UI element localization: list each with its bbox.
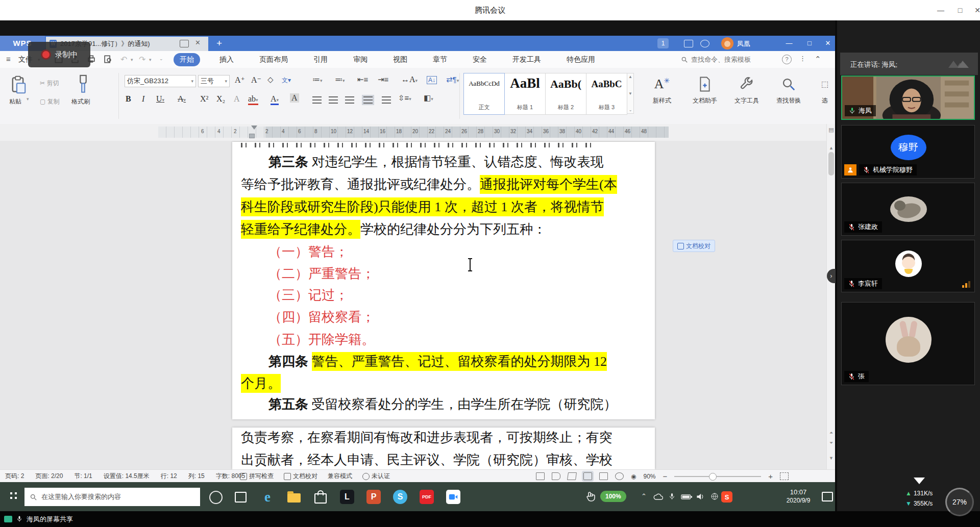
selection-button-truncated[interactable]: ⬚ 选: [815, 74, 835, 114]
menu-tab-2[interactable]: 页面布局: [253, 53, 294, 66]
italic-button[interactable]: I: [142, 94, 144, 104]
document-area[interactable]: 第三条 对违纪学生，根据情节轻重、认错态度、悔改表现等给予批评教育、通报批评或纪…: [0, 141, 826, 469]
tab-close-icon[interactable]: ✕: [195, 39, 201, 46]
increase-indent-icon[interactable]: ⇥≡: [378, 75, 388, 84]
collapse-videos-button[interactable]: [914, 478, 925, 490]
redo-dropdown-icon[interactable]: ▾: [149, 57, 152, 62]
maximize-button[interactable]: □: [952, 4, 968, 16]
redo-icon[interactable]: ↷: [139, 55, 145, 64]
print-layout-icon[interactable]: [583, 472, 592, 480]
wps-maximize-button[interactable]: □: [802, 38, 817, 49]
pdf-app-icon[interactable]: PDF: [419, 489, 435, 505]
message-count-badge[interactable]: 1: [657, 38, 669, 48]
cut-button[interactable]: ✂ 剪切: [40, 79, 59, 88]
scroll-up-icon[interactable]: ▲: [828, 145, 835, 150]
participant-tile[interactable]: 张建政: [841, 183, 975, 236]
certify-status[interactable]: 未认证: [362, 472, 390, 481]
previous-page-icon[interactable]: ⏶: [828, 430, 835, 436]
align-center-icon[interactable]: [329, 96, 338, 104]
outline-view-icon[interactable]: [599, 472, 608, 480]
doc-proof-float-button[interactable]: 文档校对: [673, 240, 715, 252]
participant-tile[interactable]: 穆野 机械学院穆野: [841, 125, 975, 179]
highlight-color-button[interactable]: ab▾: [248, 94, 258, 105]
style-scroll-down-icon[interactable]: ▼: [628, 91, 632, 96]
scroll-down-icon[interactable]: ▼: [828, 456, 835, 461]
style-option-3[interactable]: AaBbC标题 3: [586, 73, 627, 115]
style-gallery-scroll[interactable]: ▲ ▼ ⌄: [627, 73, 634, 114]
account-name[interactable]: 凤凰: [737, 39, 750, 48]
cortana-button[interactable]: [209, 491, 223, 504]
powerpoint-app-icon[interactable]: P: [365, 489, 382, 505]
battery-manager-badge[interactable]: 100%: [600, 491, 626, 502]
style-option-2[interactable]: AaBb(标题 2: [545, 73, 586, 115]
task-view-button[interactable]: [235, 492, 247, 503]
quickbar-more-icon[interactable]: ⌄: [159, 56, 163, 61]
cloud-icon[interactable]: [653, 493, 664, 500]
text-effects-button[interactable]: A: [234, 94, 240, 104]
menu-tab-1[interactable]: 插入: [213, 53, 240, 66]
tray-expand-icon[interactable]: ⌃: [641, 492, 647, 500]
zoom-slider-knob[interactable]: [709, 473, 717, 481]
align-left-icon[interactable]: [312, 96, 322, 104]
increase-font-icon[interactable]: A⁺: [235, 75, 245, 85]
mic-tray-icon[interactable]: [669, 492, 675, 501]
present-screen-icon[interactable]: [180, 40, 189, 47]
network-icon[interactable]: [710, 492, 719, 500]
align-right-icon[interactable]: [345, 96, 354, 104]
explorer-app-icon[interactable]: [286, 489, 302, 505]
superscript-button[interactable]: X²: [200, 94, 208, 104]
indent-marker-box[interactable]: [249, 134, 255, 138]
strikethrough-button[interactable]: A▾: [178, 94, 186, 104]
meeting-app-icon[interactable]: [445, 489, 461, 505]
text-direction-icon[interactable]: ↔A▾: [401, 75, 418, 84]
write-mode-icon[interactable]: [567, 472, 577, 480]
edge-app-icon[interactable]: e: [259, 489, 276, 505]
decrease-font-icon[interactable]: A⁻: [251, 75, 261, 85]
text-tool-button[interactable]: 文字工具: [729, 74, 765, 114]
participant-tile[interactable]: 張: [841, 302, 975, 385]
undo-dropdown-icon[interactable]: ▾: [131, 57, 133, 62]
scrollbar-thumb[interactable]: [828, 152, 834, 175]
line-spacing-icon[interactable]: ⇳≡▾: [398, 93, 411, 103]
fit-page-icon[interactable]: [536, 472, 545, 480]
app-icon-l[interactable]: L: [339, 489, 355, 505]
font-name-select[interactable]: 仿宋_GB2312▾: [125, 75, 196, 87]
zoom-out-button[interactable]: −: [663, 472, 668, 481]
share-screen-icon[interactable]: [684, 40, 693, 47]
fullscreen-icon[interactable]: [780, 472, 789, 480]
align-justify-icon[interactable]: [363, 96, 373, 104]
minimize-button[interactable]: —: [933, 4, 948, 16]
find-replace-button[interactable]: 查找替换: [771, 74, 806, 114]
doc-assistant-button[interactable]: 文档助手: [687, 74, 723, 114]
ruler-toggle-icon[interactable]: ▤: [828, 127, 835, 133]
menu-tab-3[interactable]: 引用: [307, 53, 334, 66]
zoom-slider[interactable]: [674, 476, 761, 477]
undo-icon[interactable]: ↶: [120, 55, 127, 64]
shading-icon[interactable]: ◧▾: [424, 93, 433, 103]
next-page-icon[interactable]: ⏷: [828, 440, 835, 446]
underline-button[interactable]: U▾: [156, 94, 164, 104]
touch-keyboard-icon[interactable]: [586, 491, 595, 501]
notify-icon[interactable]: [700, 40, 709, 47]
menu-tab-8[interactable]: 开发工具: [506, 53, 547, 66]
new-style-button[interactable]: A✳ 新样式: [644, 74, 680, 114]
menu-tab-5[interactable]: 视图: [387, 53, 413, 66]
taskbar-clock[interactable]: 10:07 2020/9/9: [778, 488, 819, 505]
spell-check-button[interactable]: 拼写检查: [240, 472, 274, 481]
wps-minimize-button[interactable]: —: [782, 38, 796, 49]
menu-tab-6[interactable]: 章节: [427, 53, 453, 66]
style-option-0[interactable]: AaBbCcDd正文: [463, 73, 505, 115]
numbered-list-icon[interactable]: ≕▾: [335, 75, 345, 84]
taskbar-search[interactable]: 在这里输入你要搜索的内容: [24, 488, 200, 506]
style-scroll-up-icon[interactable]: ▲: [628, 74, 632, 79]
pinyin-guide-icon[interactable]: 文▾: [282, 76, 291, 85]
print-preview-icon[interactable]: [102, 54, 113, 64]
menu-tab-9[interactable]: 特色应用: [560, 53, 601, 66]
participant-tile[interactable]: 李宸轩: [841, 240, 975, 292]
style-option-1[interactable]: AaBl标题 1: [504, 73, 546, 115]
menu-tab-0[interactable]: 开始: [174, 53, 200, 66]
paste-dropdown-icon[interactable]: ▾: [27, 96, 29, 102]
performance-badge[interactable]: 27%: [945, 488, 974, 516]
participant-tile-speaker[interactable]: 海凤: [841, 76, 975, 120]
clear-format-icon[interactable]: ◇: [267, 75, 274, 84]
